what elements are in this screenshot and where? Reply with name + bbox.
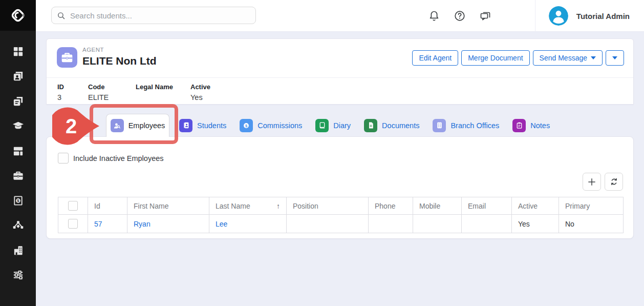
add-employee-button[interactable] — [583, 173, 601, 191]
row-select-cell — [58, 215, 88, 233]
chevron-down-icon — [591, 56, 596, 59]
sidebar-item-pages[interactable] — [0, 89, 36, 114]
tab-label: Employees — [128, 121, 165, 130]
contacts-icon — [12, 70, 24, 82]
employee-email-cell — [462, 215, 512, 233]
column-header-primary[interactable]: Primary — [559, 197, 624, 215]
tab-strip: Employees Students $ — [46, 108, 634, 136]
tab-notes[interactable]: Notes — [512, 119, 550, 132]
employees-table: Id First Name Last Name↑ Position Phone … — [58, 197, 624, 233]
row-checkbox[interactable] — [68, 219, 78, 229]
chat-icon[interactable] — [479, 10, 491, 22]
commissions-tab-icon: $ — [240, 119, 253, 132]
sidebar-item-network[interactable] — [0, 213, 36, 238]
agent-avatar — [57, 47, 77, 68]
include-inactive-checkbox[interactable] — [58, 153, 69, 164]
select-all-cell — [58, 197, 88, 215]
grid-toolbar — [583, 173, 623, 191]
column-header-last-name[interactable]: Last Name↑ — [209, 197, 287, 215]
sidebar-item-finance[interactable]: $ — [0, 188, 36, 213]
pages-icon — [12, 95, 24, 107]
sliders-icon — [12, 269, 24, 281]
column-header-position[interactable]: Position — [287, 197, 369, 215]
documents-tab-icon — [364, 119, 377, 132]
sidebar-nav: $ — [0, 31, 36, 288]
finance-icon: $ — [12, 195, 24, 207]
table-row: 57 Ryan Lee Yes No — [58, 215, 624, 233]
employee-primary-cell: No — [559, 215, 624, 233]
topbar: Tutorial Admin — [36, 0, 644, 32]
briefcase-icon — [12, 170, 24, 181]
agent-fields: ID 3 Code ELITE Legal Name Active Yes — [47, 78, 633, 102]
search-box[interactable] — [51, 7, 256, 24]
more-actions-button[interactable] — [606, 50, 624, 66]
layout-icon — [12, 145, 24, 157]
column-header-active[interactable]: Active — [512, 197, 559, 215]
agent-type-label: AGENT — [82, 47, 104, 53]
merge-document-button[interactable]: Merge Document — [461, 50, 529, 66]
employee-phone-cell — [369, 215, 413, 233]
include-inactive-label: Include Inactive Employees — [73, 154, 164, 162]
field-legal-name: Legal Name — [136, 83, 190, 102]
field-active: Active Yes — [190, 83, 237, 102]
search-icon — [57, 11, 66, 20]
column-header-email[interactable]: Email — [462, 197, 512, 215]
bell-icon[interactable] — [428, 10, 440, 22]
tab-documents[interactable]: Documents — [364, 119, 419, 132]
app-logo[interactable] — [0, 0, 36, 31]
tab-diary[interactable]: Diary — [315, 119, 351, 132]
send-message-button[interactable]: Send Message — [533, 50, 603, 66]
employees-panel: Include Inactive Employees — [46, 136, 634, 239]
tab-branch-offices[interactable]: Branch Offices — [433, 119, 499, 132]
employee-active-cell: Yes — [512, 215, 559, 233]
field-id: ID 3 — [57, 83, 88, 102]
user-name: Tutorial Admin — [576, 12, 630, 21]
edit-agent-button[interactable]: Edit Agent — [412, 50, 458, 66]
column-header-first-name[interactable]: First Name — [127, 197, 209, 215]
diary-tab-icon — [315, 119, 329, 132]
sidebar-item-agents[interactable] — [0, 164, 36, 189]
svg-text:$: $ — [17, 198, 19, 203]
sidebar-item-contacts[interactable] — [0, 64, 36, 89]
avatar — [549, 6, 568, 26]
topbar-divider — [535, 0, 535, 32]
sidebar-item-offices[interactable] — [0, 238, 36, 263]
employee-id-link[interactable]: 57 — [94, 220, 102, 228]
students-tab-icon — [179, 119, 192, 132]
topbar-icons — [428, 0, 491, 32]
column-header-phone[interactable]: Phone — [369, 197, 413, 215]
sidebar-item-settings[interactable] — [0, 263, 36, 288]
agent-header: AGENT ELITE Non Ltd Edit Agent Merge Doc… — [47, 39, 633, 78]
sidebar: $ — [0, 0, 36, 306]
sidebar-item-students[interactable] — [0, 114, 36, 139]
sort-asc-icon: ↑ — [276, 202, 280, 210]
notes-tab-icon — [512, 119, 526, 132]
graduation-icon — [12, 120, 24, 132]
refresh-icon — [609, 177, 619, 187]
app-logo-icon — [9, 6, 27, 25]
employee-position-cell — [287, 215, 369, 233]
network-icon — [12, 219, 24, 231]
agent-actions: Edit Agent Merge Document Send Message — [412, 50, 624, 66]
table-header-row: Id First Name Last Name↑ Position Phone … — [58, 197, 624, 215]
building-icon — [12, 244, 24, 256]
help-icon[interactable] — [454, 10, 466, 22]
chevron-down-icon — [612, 56, 617, 59]
search-input[interactable] — [70, 11, 250, 20]
refresh-button[interactable] — [605, 173, 623, 191]
field-code: Code ELITE — [88, 83, 136, 102]
user-menu[interactable]: Tutorial Admin — [549, 0, 630, 32]
agent-name: ELITE Non Ltd — [82, 55, 157, 67]
sidebar-item-programs[interactable] — [0, 138, 36, 164]
tab-employees[interactable]: Employees — [106, 114, 169, 137]
tab-students[interactable]: Students — [179, 119, 226, 132]
sidebar-item-dashboard[interactable] — [0, 39, 36, 64]
employees-tab-icon — [111, 119, 124, 132]
column-header-id[interactable]: Id — [88, 197, 127, 215]
select-all-checkbox[interactable] — [68, 201, 78, 211]
employee-first-name-link[interactable]: Ryan — [134, 220, 151, 228]
tab-commissions[interactable]: $ Commissions — [240, 119, 302, 132]
column-header-mobile[interactable]: Mobile — [413, 197, 462, 215]
employee-last-name-link[interactable]: Lee — [216, 220, 227, 228]
plus-icon — [587, 177, 597, 187]
